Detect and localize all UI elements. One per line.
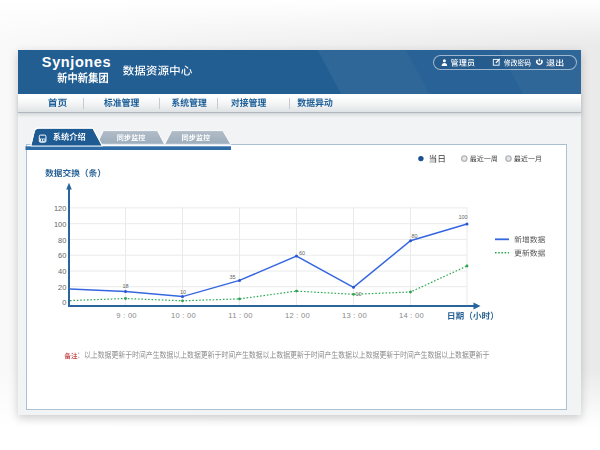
svg-text:9 : 00: 9 : 00 — [116, 311, 137, 320]
svg-text:10: 10 — [180, 289, 186, 295]
svg-text:80: 80 — [412, 233, 418, 239]
svg-text:35: 35 — [230, 274, 236, 280]
svg-text:11 : 00: 11 : 00 — [228, 311, 252, 320]
svg-text:100: 100 — [54, 220, 66, 229]
svg-text:13 : 00: 13 : 00 — [342, 311, 367, 320]
svg-text:80: 80 — [58, 236, 66, 245]
svg-text:100: 100 — [459, 214, 468, 220]
svg-text:18: 18 — [123, 283, 129, 289]
svg-text:120: 120 — [54, 204, 66, 213]
svg-text:60: 60 — [299, 250, 305, 256]
svg-text:40: 40 — [58, 267, 66, 276]
svg-text:12 : 00: 12 : 00 — [285, 311, 310, 320]
svg-text:20: 20 — [58, 283, 66, 292]
svg-text:0: 0 — [62, 298, 66, 307]
svg-text:14 : 00: 14 : 00 — [399, 311, 424, 320]
svg-text:10: 10 — [356, 291, 362, 297]
svg-text:10 : 00: 10 : 00 — [171, 311, 196, 320]
svg-text:60: 60 — [58, 251, 66, 260]
